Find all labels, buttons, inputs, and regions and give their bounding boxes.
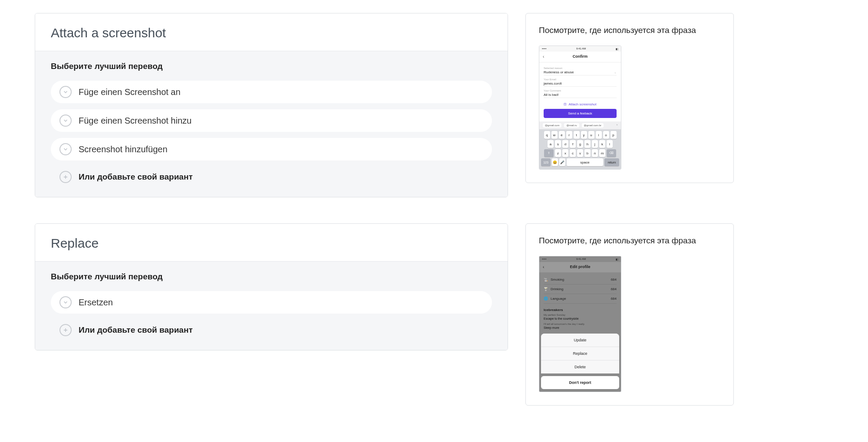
option-label: Füge einen Screenshot an bbox=[79, 87, 181, 97]
back-icon: ‹ bbox=[543, 54, 544, 59]
key: y bbox=[581, 131, 587, 139]
key: e bbox=[559, 131, 565, 139]
list-item: 🌐Language 684 bbox=[544, 294, 617, 304]
question-value: Sleep more bbox=[539, 326, 621, 331]
context-title: Посмотрите, где используется эта фраза bbox=[539, 236, 720, 246]
option-label: Ersetzen bbox=[79, 298, 113, 308]
return-key: return bbox=[604, 158, 619, 166]
translation-option[interactable]: Füge einen Screenshot hinzu bbox=[51, 109, 492, 132]
key: z bbox=[555, 149, 561, 157]
action-cancel: Don't report bbox=[541, 376, 619, 389]
emoji-key: 😀 bbox=[552, 158, 558, 166]
list-item: 🍸Drinking 684 bbox=[544, 285, 617, 294]
translation-card: Attach a screenshot Выберите лучший пере… bbox=[35, 13, 508, 197]
context-panel: Посмотрите, где используется эта фраза •… bbox=[525, 13, 734, 183]
plus-icon bbox=[59, 324, 72, 336]
add-own-variant[interactable]: Или добавьте свой вариант bbox=[51, 167, 492, 189]
back-icon: ‹ bbox=[543, 265, 544, 269]
key: w bbox=[551, 131, 558, 139]
language-icon: 🌐 bbox=[544, 297, 548, 301]
key: g bbox=[577, 140, 583, 148]
suggestion: @gmail.com.br bbox=[582, 123, 604, 128]
chevron-down-icon bbox=[59, 296, 72, 308]
context-title: Посмотрите, где используется эта фраза bbox=[539, 26, 720, 35]
key: c bbox=[570, 149, 576, 157]
chevron-right-icon: › bbox=[617, 123, 617, 128]
key: s bbox=[555, 140, 561, 148]
add-label: Или добавьте свой вариант bbox=[79, 172, 193, 182]
drinking-icon: 🍸 bbox=[544, 287, 548, 291]
add-own-variant[interactable]: Или добавьте свой вариант bbox=[51, 320, 492, 342]
card-header: Replace bbox=[35, 224, 508, 261]
shift-key: ⇧ bbox=[544, 149, 554, 157]
field-value: james.cordt bbox=[544, 81, 617, 87]
key: b bbox=[584, 149, 591, 157]
key: o bbox=[603, 131, 609, 139]
choose-best-heading: Выберите лучший перевод bbox=[51, 62, 492, 71]
chevron-down-icon bbox=[59, 86, 72, 98]
suggestion: @gmail.com bbox=[543, 123, 561, 128]
translation-option[interactable]: Screenshot hinzufügen bbox=[51, 138, 492, 160]
keyboard: q w e r t y u i o p a s d f g h bbox=[539, 129, 621, 169]
action-delete: Delete bbox=[541, 360, 619, 373]
phone-navbar: ‹ Confirm bbox=[539, 52, 621, 62]
phone-statusbar: ••••• 9:41 AM ▮▯ bbox=[539, 256, 621, 262]
signal-icon: ••••• bbox=[542, 47, 547, 50]
battery-icon: ▮▯ bbox=[616, 47, 618, 50]
nav-title: Edit profile bbox=[570, 265, 591, 269]
attach-label: Attach screenshot bbox=[568, 102, 596, 106]
option-label: Füge einen Screenshot hinzu bbox=[79, 116, 191, 126]
mic-key: 🎤 bbox=[559, 158, 565, 166]
chevron-down-icon bbox=[59, 115, 72, 127]
translation-option[interactable]: Füge einen Screenshot an bbox=[51, 81, 492, 103]
item-label: Drinking bbox=[551, 287, 563, 291]
translation-option[interactable]: Ersetzen bbox=[51, 291, 492, 314]
suggestion: @mail.ru bbox=[564, 123, 579, 128]
key: r bbox=[566, 131, 572, 139]
source-phrase: Attach a screenshot bbox=[51, 26, 492, 40]
key: m bbox=[599, 149, 605, 157]
space-key: space bbox=[567, 158, 603, 166]
key: i bbox=[596, 131, 602, 139]
smoking-icon: 🚬 bbox=[544, 278, 548, 282]
backspace-key: ⌫ bbox=[607, 149, 616, 157]
card-body: Выберите лучший перевод Füge einen Scree… bbox=[35, 51, 508, 197]
phone-statusbar: ••••• 9:41 AM ▮▯ bbox=[539, 46, 621, 52]
camera-icon: ⊡ bbox=[564, 102, 567, 106]
key: p bbox=[611, 131, 617, 139]
question-label: My perfect Sunday bbox=[539, 313, 621, 317]
item-value: 684 bbox=[611, 287, 617, 291]
add-label: Или добавьте свой вариант bbox=[79, 325, 193, 335]
key: x bbox=[562, 149, 568, 157]
card-body: Выберите лучший перевод Ersetzen Или доб… bbox=[35, 261, 508, 350]
key: d bbox=[562, 140, 568, 148]
translation-task: Attach a screenshot Выберите лучший пере… bbox=[35, 13, 833, 197]
phone-navbar: ‹ Edit profile bbox=[539, 262, 621, 272]
time: 9:41 AM bbox=[576, 258, 586, 261]
translation-card: Replace Выберите лучший перевод Ersetzen… bbox=[35, 223, 508, 350]
form: Selected reason Rudeness or abuse ⌄ Your… bbox=[539, 62, 621, 98]
action-sheet: Update Replace Delete bbox=[541, 334, 619, 373]
key: l bbox=[607, 140, 613, 148]
key: j bbox=[592, 140, 598, 148]
question-value: Escape to the countryside bbox=[539, 317, 621, 322]
reason-value: Rudeness or abuse bbox=[544, 70, 574, 74]
chevron-down-icon bbox=[59, 143, 72, 155]
question-label: I'll tell all tomorrow's the day I reall… bbox=[539, 322, 621, 326]
key: h bbox=[584, 140, 591, 148]
plus-icon bbox=[59, 171, 72, 183]
section-heading: Icebreakers bbox=[539, 304, 621, 313]
time: 9:41 AM bbox=[576, 47, 586, 50]
source-phrase: Replace bbox=[51, 236, 492, 251]
item-label: Language bbox=[551, 297, 566, 301]
battery-icon: ▮▯ bbox=[616, 258, 618, 261]
card-header: Attach a screenshot bbox=[35, 13, 508, 51]
key: k bbox=[599, 140, 605, 148]
key: f bbox=[570, 140, 576, 148]
key: v bbox=[577, 149, 583, 157]
screenshot-preview: ••••• 9:41 AM ▮▯ ‹ Edit profile 🚬Smoking… bbox=[539, 256, 621, 392]
signal-icon: ••••• bbox=[542, 258, 547, 261]
choose-best-heading: Выберите лучший перевод bbox=[51, 272, 492, 282]
action-update: Update bbox=[541, 334, 619, 347]
list-item: 🚬Smoking 684 bbox=[544, 275, 617, 285]
